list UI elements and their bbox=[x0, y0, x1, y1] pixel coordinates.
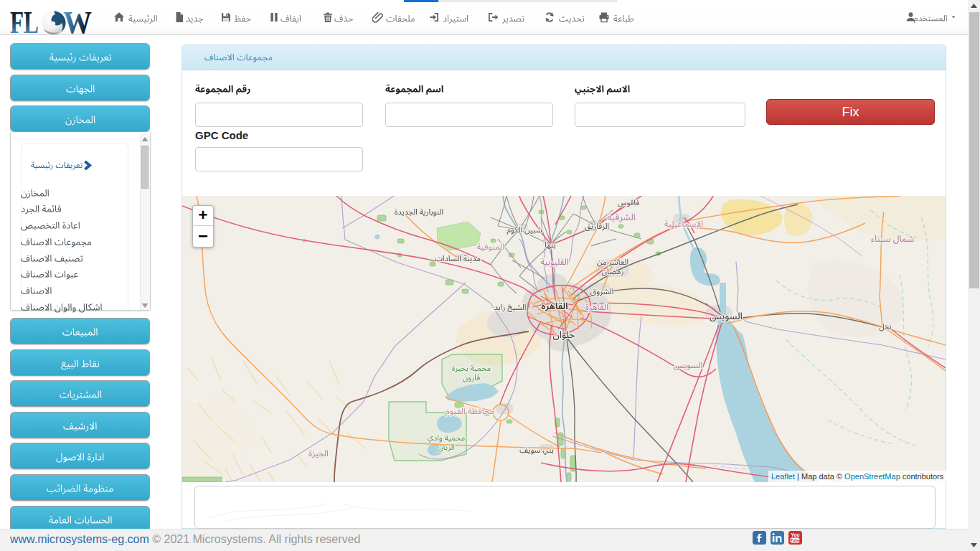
svg-text:Tube: Tube bbox=[791, 538, 801, 542]
svg-text:FL: FL bbox=[10, 4, 39, 35]
svg-text:W: W bbox=[63, 4, 92, 35]
svg-text:You: You bbox=[791, 532, 800, 537]
